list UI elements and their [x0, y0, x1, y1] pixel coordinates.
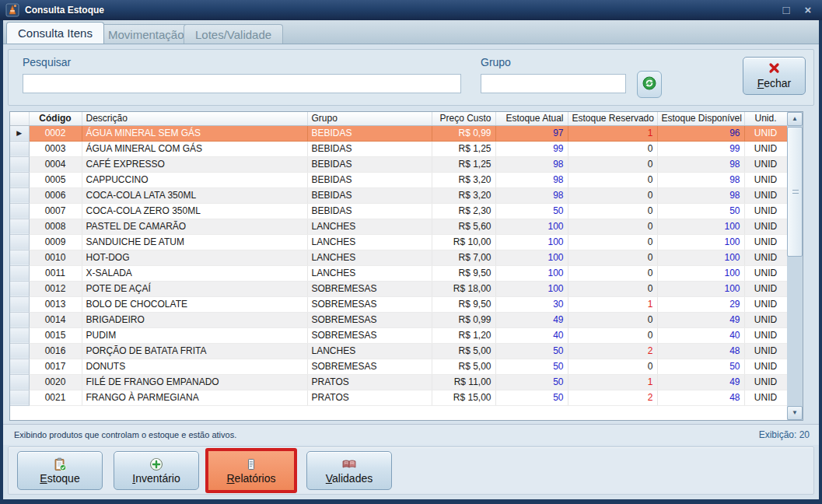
cell-unid[interactable]: UNID — [744, 203, 787, 219]
cell-estoque-reservado[interactable]: 0 — [568, 312, 657, 327]
cell-descricao[interactable]: CAFÉ EXPRESSO — [82, 156, 307, 172]
cell-descricao[interactable]: ÁGUA MINERAL COM GÁS — [82, 141, 307, 156]
cell-unid[interactable]: UNID — [744, 187, 787, 203]
table-row[interactable]: 0016PORÇÃO DE BATATA FRITALANCHESR$ 5,00… — [10, 343, 787, 359]
cell-grupo[interactable]: LANCHES — [307, 219, 432, 234]
cell-estoque-reservado[interactable]: 1 — [568, 374, 657, 390]
scroll-up-button[interactable]: ▲ — [787, 112, 803, 126]
row-selector[interactable] — [10, 187, 29, 203]
cell-estoque-disponivel[interactable]: 49 — [657, 312, 744, 327]
cell-descricao[interactable]: HOT-DOG — [82, 250, 307, 265]
cell-unid[interactable]: UNID — [744, 281, 787, 296]
cell-estoque-reservado[interactable]: 0 — [568, 187, 657, 203]
cell-estoque-atual[interactable]: 98 — [495, 172, 568, 187]
cell-grupo[interactable]: PRATOS — [307, 374, 432, 390]
table-row[interactable]: 0008PASTEL DE CAMARÃOLANCHESR$ 5,6010001… — [10, 219, 787, 234]
cell-estoque-reservado[interactable]: 0 — [568, 327, 657, 343]
cell-preco-custo[interactable]: R$ 5,00 — [432, 343, 495, 359]
cell-estoque-reservado[interactable]: 0 — [568, 156, 657, 172]
cell-estoque-reservado[interactable]: 0 — [568, 234, 657, 250]
cell-grupo[interactable]: BEBIDAS — [307, 156, 432, 172]
pesquisar-input[interactable] — [23, 74, 461, 93]
row-selector[interactable] — [10, 296, 29, 312]
cell-unid[interactable]: UNID — [744, 374, 787, 390]
table-row[interactable]: 0012POTE DE AÇAÍSOBREMESASR$ 18,00100010… — [10, 281, 787, 296]
cell-unid[interactable]: UNID — [744, 219, 787, 234]
cell-codigo[interactable]: 0009 — [29, 234, 82, 250]
cell-codigo[interactable]: 0011 — [29, 265, 82, 281]
row-selector[interactable] — [10, 172, 29, 187]
cell-grupo[interactable]: LANCHES — [307, 234, 432, 250]
row-selector[interactable]: ▶ — [10, 125, 29, 141]
cell-grupo[interactable]: BEBIDAS — [307, 203, 432, 219]
cell-estoque-reservado[interactable]: 1 — [568, 296, 657, 312]
row-selector[interactable] — [10, 390, 29, 405]
cell-estoque-reservado[interactable]: 0 — [568, 203, 657, 219]
cell-estoque-disponivel[interactable]: 50 — [657, 359, 744, 374]
cell-codigo[interactable]: 0021 — [29, 390, 82, 405]
cell-grupo[interactable]: LANCHES — [307, 343, 432, 359]
cell-descricao[interactable]: X-SALADA — [82, 265, 307, 281]
cell-grupo[interactable]: SOBREMESAS — [307, 359, 432, 374]
cell-estoque-reservado[interactable]: 1 — [568, 125, 657, 141]
cell-preco-custo[interactable]: R$ 9,50 — [432, 296, 495, 312]
cell-codigo[interactable]: 0017 — [29, 359, 82, 374]
row-selector[interactable] — [10, 343, 29, 359]
cell-unid[interactable]: UNID — [744, 265, 787, 281]
cell-estoque-disponivel[interactable]: 98 — [657, 172, 744, 187]
cell-preco-custo[interactable]: R$ 18,00 — [432, 281, 495, 296]
cell-descricao[interactable]: COCA-COLA ZERO 350ML — [82, 203, 307, 219]
cell-codigo[interactable]: 0002 — [29, 125, 82, 141]
cell-codigo[interactable]: 0014 — [29, 312, 82, 327]
row-selector[interactable] — [10, 250, 29, 265]
cell-estoque-reservado[interactable]: 0 — [568, 219, 657, 234]
cell-preco-custo[interactable]: R$ 10,00 — [432, 234, 495, 250]
refresh-button[interactable] — [637, 71, 662, 98]
estoque-button[interactable]: Estoque — [17, 451, 103, 490]
cell-estoque-disponivel[interactable]: 96 — [657, 125, 744, 141]
cell-estoque-atual[interactable]: 49 — [495, 312, 568, 327]
header-descricao[interactable]: Descrição — [82, 112, 307, 125]
cell-estoque-reservado[interactable]: 0 — [568, 359, 657, 374]
cell-descricao[interactable]: COCA-COLA LATA 350ML — [82, 187, 307, 203]
table-row[interactable]: 0014BRIGADEIROSOBREMESASR$ 0,9949049UNID — [10, 312, 787, 327]
cell-preco-custo[interactable]: R$ 5,00 — [432, 359, 495, 374]
maximize-button[interactable]: □ — [778, 2, 794, 18]
header-estoque-disponivel[interactable]: Estoque Disponível — [657, 112, 744, 125]
table-row[interactable]: 0013BOLO DE CHOCOLATESOBREMESASR$ 9,5030… — [10, 296, 787, 312]
header-estoque-atual[interactable]: Estoque Atual — [495, 112, 568, 125]
cell-estoque-reservado[interactable]: 0 — [568, 141, 657, 156]
close-button[interactable]: × — [800, 2, 816, 18]
cell-grupo[interactable]: LANCHES — [307, 265, 432, 281]
cell-preco-custo[interactable]: R$ 7,00 — [432, 250, 495, 265]
row-selector[interactable] — [10, 203, 29, 219]
table-row[interactable]: 0007COCA-COLA ZERO 350MLBEBIDASR$ 2,3050… — [10, 203, 787, 219]
cell-grupo[interactable]: SOBREMESAS — [307, 327, 432, 343]
cell-preco-custo[interactable]: R$ 3,20 — [432, 187, 495, 203]
cell-grupo[interactable]: LANCHES — [307, 250, 432, 265]
cell-preco-custo[interactable]: R$ 11,00 — [432, 374, 495, 390]
cell-grupo[interactable]: SOBREMESAS — [307, 296, 432, 312]
row-selector[interactable] — [10, 359, 29, 374]
cell-estoque-disponivel[interactable]: 100 — [657, 281, 744, 296]
cell-grupo[interactable]: BEBIDAS — [307, 141, 432, 156]
cell-codigo[interactable]: 0003 — [29, 141, 82, 156]
row-selector[interactable] — [10, 141, 29, 156]
table-row[interactable]: 0015PUDIMSOBREMESASR$ 1,2040040UNID — [10, 327, 787, 343]
cell-preco-custo[interactable]: R$ 9,50 — [432, 265, 495, 281]
inventario-button[interactable]: Inventário — [114, 451, 199, 490]
table-row[interactable]: 0010HOT-DOGLANCHESR$ 7,001000100UNID — [10, 250, 787, 265]
vertical-scrollbar[interactable]: ▲ ▼ — [787, 112, 803, 420]
cell-descricao[interactable]: FILÉ DE FRANGO EMPANADO — [82, 374, 307, 390]
header-codigo[interactable]: Código — [29, 112, 82, 125]
row-selector[interactable] — [10, 219, 29, 234]
cell-preco-custo[interactable]: R$ 0,99 — [432, 312, 495, 327]
cell-estoque-disponivel[interactable]: 29 — [657, 296, 744, 312]
cell-estoque-atual[interactable]: 100 — [495, 219, 568, 234]
cell-preco-custo[interactable]: R$ 3,20 — [432, 172, 495, 187]
cell-codigo[interactable]: 0016 — [29, 343, 82, 359]
cell-codigo[interactable]: 0015 — [29, 327, 82, 343]
cell-estoque-atual[interactable]: 100 — [495, 250, 568, 265]
cell-codigo[interactable]: 0008 — [29, 219, 82, 234]
cell-estoque-disponivel[interactable]: 100 — [657, 250, 744, 265]
